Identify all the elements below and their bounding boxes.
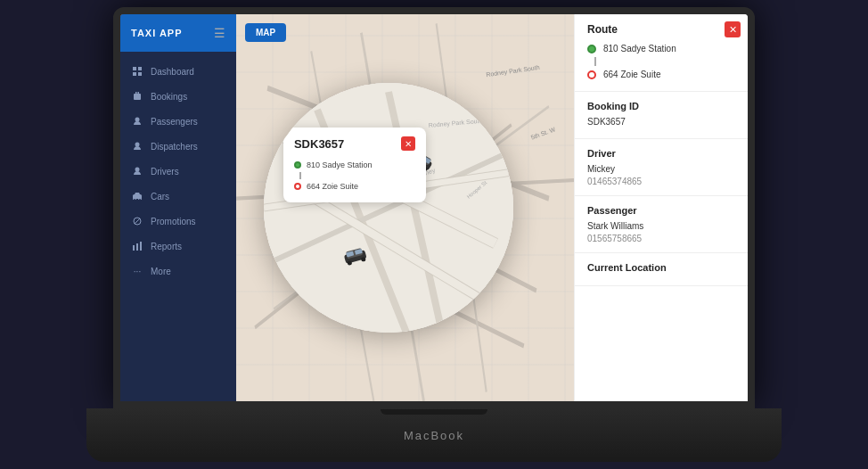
sidebar-logo: TAXI APP bbox=[131, 28, 183, 38]
svg-rect-2 bbox=[133, 72, 136, 76]
svg-rect-6 bbox=[138, 92, 140, 95]
sidebar-item-label: Dispatchers bbox=[151, 142, 198, 152]
driver-phone: 01465374865 bbox=[587, 177, 735, 186]
svg-point-8 bbox=[135, 143, 140, 147]
sidebar-item-dispatchers[interactable]: Dispatchers bbox=[120, 134, 236, 159]
svg-point-7 bbox=[135, 118, 140, 122]
cars-icon bbox=[131, 190, 143, 202]
more-icon: ··· bbox=[131, 265, 143, 277]
popup-booking-id: SDK3657 bbox=[294, 137, 344, 151]
svg-rect-17 bbox=[140, 242, 142, 251]
passenger-name: Stark Williams bbox=[587, 219, 735, 234]
sidebar-item-reports[interactable]: Reports bbox=[120, 234, 236, 259]
svg-rect-1 bbox=[138, 67, 142, 70]
panel-route-from: 810 Sadye Station bbox=[587, 41, 735, 56]
right-panel: ✕ Route 810 Sadye Station bbox=[574, 14, 748, 401]
sidebar-item-passengers[interactable]: Passengers bbox=[120, 109, 236, 134]
sidebar-item-label: Reports bbox=[151, 242, 182, 251]
sidebar: TAXI APP ☰ Dashboard Bookings bbox=[120, 14, 236, 401]
route-to-dot bbox=[294, 183, 301, 190]
svg-line-14 bbox=[135, 218, 140, 224]
drivers-icon bbox=[131, 165, 143, 177]
popup-header: SDK3657 ✕ bbox=[294, 136, 415, 151]
popup-route-to: 664 Zoie Suite bbox=[294, 179, 415, 193]
svg-rect-15 bbox=[133, 245, 135, 251]
panel-route-section: Route 810 Sadye Station 664 Zoie Suite bbox=[575, 14, 748, 92]
panel-from-dot bbox=[587, 45, 596, 53]
sidebar-item-cars[interactable]: Cars bbox=[120, 184, 236, 209]
popup-close-button[interactable]: ✕ bbox=[401, 136, 415, 151]
reports-icon bbox=[131, 240, 143, 252]
location-label: Current Location bbox=[587, 262, 735, 273]
booking-id-value: SDK3657 bbox=[587, 115, 735, 129]
sidebar-header: TAXI APP ☰ bbox=[120, 14, 236, 52]
sidebar-item-label: More bbox=[151, 267, 171, 276]
passenger-label: Passenger bbox=[587, 205, 735, 216]
laptop-brand: MacBook bbox=[404, 429, 464, 442]
app: TAXI APP ☰ Dashboard Bookings bbox=[120, 14, 748, 401]
sidebar-item-bookings[interactable]: Bookings bbox=[120, 84, 236, 109]
passengers-icon bbox=[131, 115, 143, 128]
dispatchers-icon bbox=[131, 140, 143, 152]
sidebar-item-label: Cars bbox=[151, 192, 169, 202]
map-toolbar: MAP bbox=[245, 23, 286, 42]
route-from-dot bbox=[294, 161, 301, 169]
sidebar-item-drivers[interactable]: Drivers bbox=[120, 159, 236, 184]
panel-passenger-section: Passenger Stark Williams 01565758665 bbox=[575, 196, 748, 253]
route-connector bbox=[294, 172, 415, 179]
bookings-icon bbox=[131, 90, 143, 103]
passenger-phone: 01565758665 bbox=[587, 234, 735, 243]
sidebar-item-label: Bookings bbox=[151, 92, 187, 102]
sidebar-item-dashboard[interactable]: Dashboard bbox=[120, 59, 236, 84]
panel-close-button[interactable]: ✕ bbox=[725, 21, 741, 37]
panel-route-to: 664 Zoie Suite bbox=[587, 67, 735, 82]
laptop-wrapper: TAXI APP ☰ Dashboard Bookings bbox=[86, 7, 782, 462]
svg-rect-0 bbox=[133, 67, 136, 70]
svg-rect-3 bbox=[138, 72, 142, 76]
circle-map-content: 5th St. W Rodney Rodney Park South Hoope… bbox=[264, 83, 513, 333]
panel-route-connector bbox=[587, 56, 735, 67]
svg-rect-16 bbox=[136, 243, 138, 251]
svg-rect-10 bbox=[133, 194, 142, 199]
panel-to-dot bbox=[587, 70, 596, 79]
panel-driver-section: Driver Mickey 01465374865 bbox=[575, 139, 748, 196]
sidebar-item-label: Drivers bbox=[151, 167, 179, 177]
svg-point-9 bbox=[135, 168, 140, 172]
sidebar-item-more[interactable]: ··· More bbox=[120, 259, 236, 284]
map-button[interactable]: MAP bbox=[245, 23, 286, 42]
sidebar-item-label: Promotions bbox=[151, 217, 196, 226]
sidebar-item-label: Passengers bbox=[151, 117, 198, 127]
promotions-icon bbox=[131, 215, 143, 227]
svg-rect-5 bbox=[135, 92, 137, 95]
laptop-notch bbox=[381, 409, 487, 415]
booking-popup: SDK3657 ✕ 810 Sadye Station bbox=[283, 128, 426, 202]
route-section-title: Route bbox=[587, 23, 735, 36]
popup-route-from: 810 Sadye Station bbox=[294, 158, 415, 172]
sidebar-item-promotions[interactable]: Promotions bbox=[120, 209, 236, 234]
sidebar-nav: Dashboard Bookings Passengers bbox=[120, 52, 236, 401]
dashboard-icon bbox=[131, 65, 143, 78]
map-area: Rodney Park South 5th St. W Rodney Park … bbox=[236, 14, 574, 401]
menu-icon[interactable]: ☰ bbox=[214, 26, 225, 40]
svg-rect-4 bbox=[134, 94, 141, 100]
sidebar-item-label: Dashboard bbox=[151, 67, 194, 77]
booking-id-label: Booking ID bbox=[587, 101, 735, 111]
driver-label: Driver bbox=[587, 148, 735, 159]
laptop-screen: TAXI APP ☰ Dashboard Bookings bbox=[113, 7, 755, 408]
panel-location-section: Current Location bbox=[575, 253, 748, 286]
main-content: Rodney Park South 5th St. W Rodney Park … bbox=[236, 14, 748, 401]
circle-map-overlay: 5th St. W Rodney Rodney Park South Hoope… bbox=[264, 83, 513, 333]
driver-name: Mickey bbox=[587, 162, 735, 177]
panel-booking-section: Booking ID SDK3657 bbox=[575, 92, 748, 139]
laptop-base: MacBook bbox=[86, 408, 782, 462]
